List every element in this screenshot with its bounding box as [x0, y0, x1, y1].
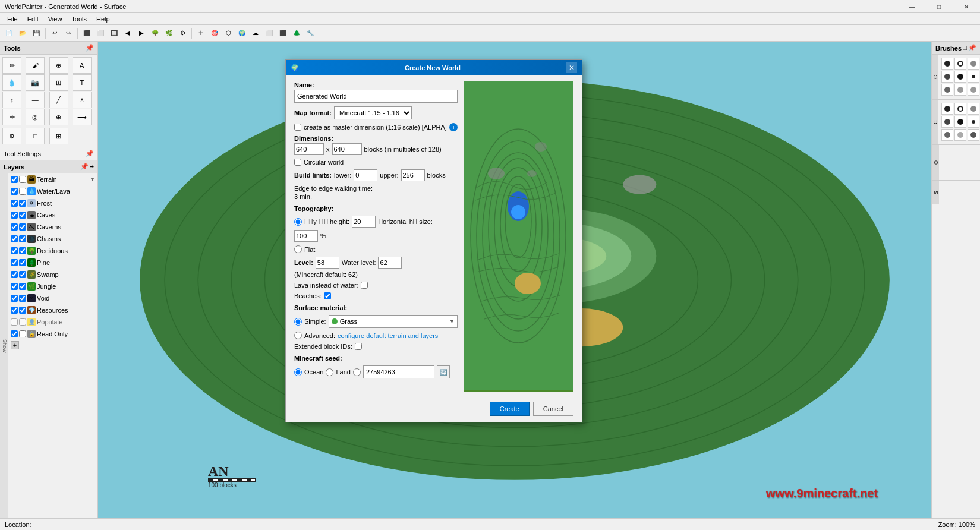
toolbar-btn18[interactable]: 🔧 [304, 27, 317, 40]
horiz-hill-input[interactable] [294, 230, 318, 242]
brush-c2-4[interactable] [941, 116, 953, 128]
brush-c1-9[interactable] [968, 84, 979, 96]
tool-settings-btn[interactable]: ⚙ [2, 128, 21, 144]
tab-solo[interactable]: Solo [0, 340, 1, 351]
layer-row-jungle[interactable]: 🌿 Jungle [8, 280, 97, 292]
water-level-input[interactable] [378, 257, 402, 269]
layer-dropdown-terrain[interactable]: ▼ [90, 176, 95, 182]
tool-grid[interactable]: ⊞ [49, 74, 68, 91]
dim-height-input[interactable] [332, 143, 362, 155]
topo-hilly-radio[interactable] [294, 218, 302, 226]
toolbar-btn5[interactable]: 🔲 [108, 27, 121, 40]
tool-water[interactable]: 💧 [2, 74, 21, 91]
toolbar-btn12[interactable]: ⬡ [222, 27, 235, 40]
layer-row-populate[interactable]: 👤 Populate [8, 316, 97, 328]
tool-resize[interactable]: ↕ [2, 92, 21, 108]
tool-pen[interactable]: ✏ [2, 57, 21, 74]
toolbar-btn8[interactable]: 🌳 [149, 27, 162, 40]
name-input[interactable] [294, 90, 458, 103]
brush-c2-2[interactable] [954, 103, 966, 115]
tool-text[interactable]: A [73, 57, 92, 74]
lava-checkbox[interactable] [361, 282, 368, 289]
toolbar-btn15[interactable]: ⬜ [263, 27, 276, 40]
close-app-button[interactable]: ✕ [953, 0, 980, 13]
brush-c1-4[interactable] [941, 71, 953, 83]
brush-c2-3[interactable] [968, 103, 979, 115]
hill-height-input[interactable] [352, 216, 376, 228]
tool-camera[interactable]: 📷 [26, 74, 45, 91]
layer-solo-deciduous[interactable] [19, 247, 26, 254]
layer-row-caves[interactable]: 🕳 Caves [8, 209, 97, 221]
layers-expand[interactable]: + [90, 163, 94, 171]
maximize-button[interactable]: □ [925, 0, 953, 13]
toolbar-btn16[interactable]: ⬛ [276, 27, 289, 40]
layer-solo-chasms[interactable] [19, 235, 26, 242]
toolbar-btn7[interactable]: ▶ [135, 27, 148, 40]
grass-select[interactable]: Grass ▼ [329, 315, 458, 328]
brush-c2-1[interactable] [941, 103, 953, 115]
toolbar-btn4[interactable]: ⬜ [94, 27, 107, 40]
layer-row-swamp[interactable]: 🌾 Swamp [8, 269, 97, 280]
toolbar-new[interactable]: 📄 [2, 27, 15, 40]
layer-show-water[interactable] [11, 188, 18, 195]
brush-c1-1[interactable] [941, 58, 953, 70]
layer-solo-readonly[interactable] [19, 330, 26, 337]
configure-terrain-link[interactable]: configure default terrain and layers [338, 332, 438, 339]
layer-show-populate[interactable] [11, 318, 18, 326]
tool-paint[interactable]: 🖌 [26, 57, 45, 74]
menu-help[interactable]: Help [92, 14, 115, 24]
toolbar-btn11[interactable]: ✛ [194, 27, 207, 40]
toolbar-open[interactable]: 📂 [16, 27, 29, 40]
beaches-checkbox[interactable] [324, 292, 331, 299]
layer-show-chasms[interactable] [11, 235, 18, 242]
toolbar-save[interactable]: 💾 [30, 27, 43, 40]
dialog-close-button[interactable]: ✕ [566, 62, 577, 73]
tool-diagonal[interactable]: ╱ [49, 92, 68, 108]
surface-advanced-radio[interactable] [294, 332, 302, 339]
layer-solo-caverns[interactable] [19, 223, 26, 231]
brush-c1-6[interactable] [968, 71, 979, 83]
build-upper-input[interactable] [401, 169, 425, 181]
brush-c1-7[interactable] [941, 84, 953, 96]
cancel-button[interactable]: Cancel [533, 402, 573, 416]
layer-show-void[interactable] [11, 295, 18, 302]
brush-c1-5[interactable] [954, 71, 966, 83]
brush-c2-9[interactable] [968, 129, 979, 141]
tool-line[interactable]: — [26, 92, 45, 108]
layer-solo-resources[interactable] [19, 307, 26, 314]
layer-solo-water[interactable] [19, 188, 26, 195]
toolbar-btn9[interactable]: 🌿 [162, 27, 175, 40]
toolbar-btn14[interactable]: ☁ [249, 27, 262, 40]
menu-view[interactable]: View [43, 14, 67, 24]
toolbar-btn6[interactable]: ◀ [121, 27, 134, 40]
master-dim-info-icon[interactable]: i [449, 123, 458, 131]
create-button[interactable]: Create [490, 402, 530, 416]
tool-plus[interactable]: ⊕ [49, 109, 68, 125]
tool-mountain[interactable]: ∧ [73, 92, 92, 108]
layer-solo-caves[interactable] [19, 212, 26, 219]
layer-show-frost[interactable] [11, 200, 18, 207]
master-dim-checkbox[interactable] [294, 124, 301, 131]
level-input[interactable] [316, 257, 339, 269]
layer-show-pine[interactable] [11, 259, 18, 266]
brushes-expand[interactable]: □ [963, 44, 967, 52]
circular-world-checkbox[interactable] [294, 159, 301, 166]
toolbar-undo[interactable]: ↩ [48, 27, 61, 40]
layer-row-resources[interactable]: 💎 Resources [8, 304, 97, 316]
toolbar-target[interactable]: 🎯 [208, 27, 221, 40]
brush-c1-3[interactable] [968, 58, 979, 70]
layer-row-pine[interactable]: 🌲 Pine [8, 257, 97, 269]
seed-input[interactable] [363, 365, 434, 378]
toolbar-btn13[interactable]: 🌍 [235, 27, 248, 40]
layer-show-readonly[interactable] [11, 330, 18, 337]
layer-show-jungle[interactable] [11, 283, 18, 290]
seed-ocean-radio[interactable] [294, 368, 302, 376]
toolbar-redo[interactable]: ↪ [62, 27, 75, 40]
topo-flat-radio[interactable] [294, 245, 302, 253]
layer-row-readonly[interactable]: 🔒 Read Only [8, 328, 97, 340]
dim-width-input[interactable] [294, 143, 324, 155]
layer-solo-void[interactable] [19, 295, 26, 302]
menu-edit[interactable]: Edit [23, 14, 43, 24]
layer-show-caves[interactable] [11, 212, 18, 219]
layer-show-terrain[interactable] [11, 176, 18, 183]
